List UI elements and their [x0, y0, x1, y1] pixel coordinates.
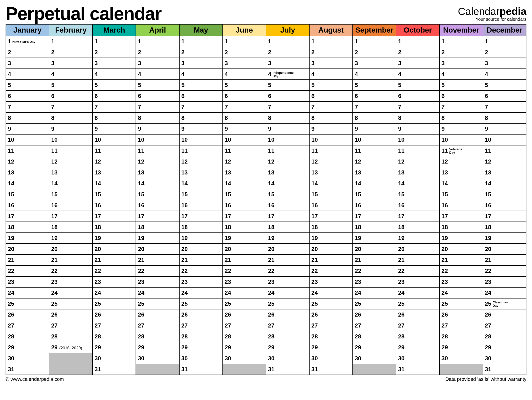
day-cell: 22	[179, 265, 223, 277]
day-cell: 11	[353, 145, 396, 156]
day-cell: 17	[266, 211, 309, 222]
day-row: 1New Year's Day11111111111	[6, 36, 526, 47]
day-cell: 16	[483, 200, 526, 211]
day-cell: 9	[223, 123, 266, 134]
day-cell: 27	[353, 320, 396, 331]
day-cell: 23	[179, 277, 223, 287]
day-cell: 13	[136, 167, 179, 178]
day-cell: 3	[440, 58, 483, 69]
day-cell: 2	[396, 47, 439, 58]
day-cell: 23	[440, 277, 483, 287]
day-cell: 22	[440, 265, 483, 277]
day-cell: 5	[6, 80, 49, 91]
brand-tagline: Your source for calendars	[458, 17, 526, 21]
day-cell: 7	[136, 102, 179, 112]
day-cell: 7	[179, 102, 223, 112]
day-cell: 16	[353, 200, 396, 211]
day-cell: 12	[440, 156, 483, 167]
day-cell: 6	[6, 91, 49, 102]
day-cell: 19	[92, 233, 136, 244]
day-cell: 28	[223, 331, 266, 342]
day-cell: 25	[353, 298, 396, 309]
day-cell: 9	[6, 123, 49, 134]
day-cell: 24	[136, 287, 179, 298]
day-cell: 17	[136, 211, 179, 222]
day-cell: 15	[223, 189, 266, 200]
day-cell: 9	[266, 123, 309, 134]
day-cell: 14	[440, 178, 483, 189]
day-cell: 8	[92, 112, 136, 123]
day-cell: 15	[483, 189, 526, 200]
day-cell: 22	[309, 265, 353, 277]
day-cell	[440, 364, 483, 375]
day-cell: 21	[49, 255, 92, 265]
day-cell: 24	[266, 287, 309, 298]
day-cell: 19	[396, 233, 439, 244]
day-cell: 29	[309, 342, 353, 353]
day-cell: 11	[223, 145, 266, 156]
day-cell: 13	[6, 167, 49, 178]
day-cell: 23	[483, 277, 526, 287]
day-cell: 6	[483, 91, 526, 102]
day-cell: 19	[353, 233, 396, 244]
day-cell: 29	[6, 342, 49, 353]
day-cell: 16	[179, 200, 223, 211]
day-cell: 8	[309, 112, 353, 123]
day-cell: 13	[309, 167, 353, 178]
day-cell: 2	[136, 47, 179, 58]
day-cell: 21	[483, 255, 526, 265]
calendar-table: JanuaryFebruaryMarchAprilMayJuneJulyAugu…	[6, 24, 526, 375]
day-cell	[223, 364, 266, 375]
day-cell: 18	[179, 222, 223, 233]
day-cell: 12	[136, 156, 179, 167]
day-cell: 6	[49, 91, 92, 102]
day-row: 888888888888	[6, 112, 526, 123]
day-cell: 2	[483, 47, 526, 58]
day-cell: 29 (2016, 2020)	[49, 342, 92, 353]
day-cell: 4	[440, 69, 483, 80]
day-cell: 21	[396, 255, 439, 265]
day-cell: 30	[223, 353, 266, 364]
day-cell: 8	[440, 112, 483, 123]
day-cell: 11	[6, 145, 49, 156]
day-cell: 24	[6, 287, 49, 298]
day-cell: 29	[223, 342, 266, 353]
day-cell: 27	[440, 320, 483, 331]
day-cell: 3	[179, 58, 223, 69]
day-cell: 20	[136, 244, 179, 255]
day-cell: 6	[309, 91, 353, 102]
day-cell: 25	[49, 298, 92, 309]
day-cell: 30	[353, 353, 396, 364]
day-cell: 4	[92, 69, 136, 80]
day-cell: 16	[6, 200, 49, 211]
month-header: August	[309, 24, 353, 36]
day-cell: 26	[266, 309, 309, 320]
day-cell: 20	[266, 244, 309, 255]
day-cell: 9	[92, 123, 136, 134]
day-cell: 29	[353, 342, 396, 353]
day-cell: 31	[92, 364, 136, 375]
day-cell: 19	[223, 233, 266, 244]
day-cell: 11	[92, 145, 136, 156]
day-cell: 19	[179, 233, 223, 244]
day-cell: 25	[266, 298, 309, 309]
day-cell: 2	[6, 47, 49, 58]
day-cell: 20	[396, 244, 439, 255]
day-cell	[353, 364, 396, 375]
day-cell: 22	[49, 265, 92, 277]
day-cell: 26	[179, 309, 223, 320]
day-cell: 14	[483, 178, 526, 189]
day-cell: 12	[266, 156, 309, 167]
day-cell: 3	[396, 58, 439, 69]
day-cell: 13	[92, 167, 136, 178]
day-cell: 15	[136, 189, 179, 200]
day-row: 171717171717171717171717	[6, 211, 526, 222]
day-cell: 12	[396, 156, 439, 167]
day-cell: 27	[49, 320, 92, 331]
day-cell: 10	[49, 134, 92, 145]
day-cell: 21	[136, 255, 179, 265]
day-cell: 31	[483, 364, 526, 375]
day-cell: 30	[92, 353, 136, 364]
day-cell: 11	[309, 145, 353, 156]
month-header: December	[483, 24, 526, 36]
